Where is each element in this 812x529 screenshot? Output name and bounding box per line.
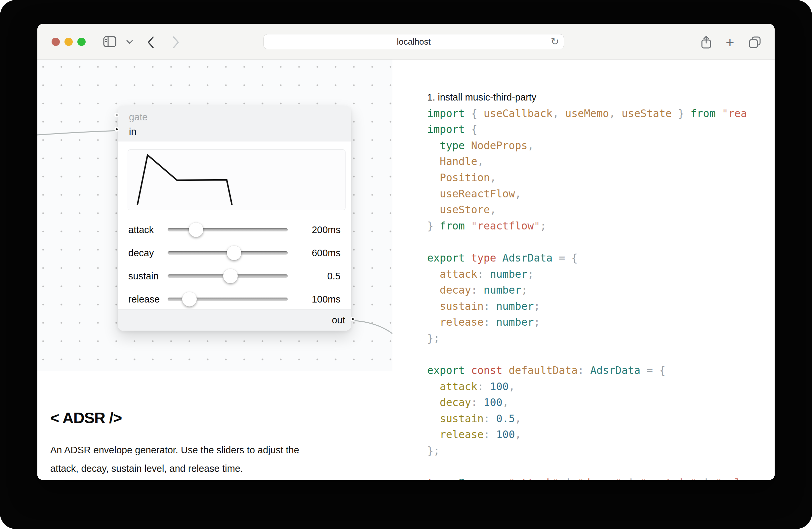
code-line: attack: number; xyxy=(427,266,774,282)
code-line: sustain: 0.5, xyxy=(427,411,774,427)
info-section: < ADSR /> An ADSR envelope generator. Us… xyxy=(38,371,392,480)
adsr-node[interactable]: gate in attack200msdecay600mssustain0.5r… xyxy=(118,106,351,331)
slider-row: attack200ms xyxy=(128,223,340,237)
address-bar-url: localhost xyxy=(397,37,431,47)
code-line: useReactFlow, xyxy=(427,186,774,202)
zoom-window-button[interactable] xyxy=(77,38,86,46)
chevron-down-icon[interactable] xyxy=(126,40,133,44)
code-line: release: 100, xyxy=(427,427,774,443)
in-input-port[interactable] xyxy=(114,127,119,132)
slider-track[interactable] xyxy=(168,292,288,306)
code-line: decay: number; xyxy=(427,282,774,298)
code-line: export type AdsrData = { xyxy=(427,250,774,266)
code-line: export const defaultData: AdsrData = { xyxy=(427,362,774,378)
code-line xyxy=(427,459,774,475)
slider-track[interactable] xyxy=(168,269,288,283)
code-line: sustain: number; xyxy=(427,298,774,314)
code-line: release: number; xyxy=(427,314,774,330)
page-description: An ADSR envelope generator. Use the slid… xyxy=(50,441,392,478)
code-line xyxy=(427,234,774,250)
slider-value: 0.5 xyxy=(288,271,340,282)
slider-value: 600ms xyxy=(288,248,340,259)
slider-label: decay xyxy=(128,248,168,259)
slider-thumb[interactable] xyxy=(189,223,203,237)
code-line: attack: 100, xyxy=(427,378,774,395)
share-icon[interactable] xyxy=(700,35,713,49)
node-footer: out xyxy=(118,309,351,331)
flow-canvas[interactable]: gate in attack200msdecay600mssustain0.5r… xyxy=(38,59,392,371)
toolbar-divider xyxy=(121,36,121,48)
node-header: gate in xyxy=(118,106,351,142)
code-line: import { useCallback, useMemo, useState … xyxy=(427,105,774,121)
slider-label: sustain xyxy=(128,271,168,282)
code-line: import { xyxy=(427,121,774,138)
out-port-label: out xyxy=(332,315,345,326)
description-line: attack, decay, sustain level, and releas… xyxy=(50,459,392,478)
code-line: type Param = "attack" | "decay" | "susta… xyxy=(427,475,774,480)
code-line: }; xyxy=(427,330,774,346)
page-content: gate in attack200msdecay600mssustain0.5r… xyxy=(38,59,774,480)
slider-label: release xyxy=(128,294,168,305)
code-heading-line: 1. install music-third-party xyxy=(427,89,774,105)
description-line: An ADSR envelope generator. Use the slid… xyxy=(50,441,392,459)
slider-row: decay600ms xyxy=(128,246,340,260)
back-button-icon[interactable] xyxy=(146,36,155,49)
code-line: }; xyxy=(427,443,774,459)
code-line: } from "reactflow"; xyxy=(427,218,774,234)
slider-track[interactable] xyxy=(168,223,288,237)
reload-icon[interactable]: ↻ xyxy=(551,36,559,47)
screenshot-background: localhost ↻ + xyxy=(0,0,812,529)
in-port-label: in xyxy=(129,124,351,139)
browser-window: localhost ↻ + xyxy=(38,24,774,480)
minimize-window-button[interactable] xyxy=(64,38,73,46)
sidebar-toggle-icon[interactable] xyxy=(103,36,117,48)
code-line: type NodeProps, xyxy=(427,138,774,154)
envelope-curve xyxy=(137,155,232,205)
code-line: decay: 100, xyxy=(427,395,774,411)
slider-thumb[interactable] xyxy=(223,269,238,283)
code-line: Position, xyxy=(427,170,774,186)
slider-value: 100ms xyxy=(288,294,340,305)
code-line xyxy=(427,346,774,363)
slider-row: sustain0.5 xyxy=(128,269,340,283)
gate-port-label: gate xyxy=(129,110,351,124)
envelope-graph xyxy=(128,149,346,210)
slider-value: 200ms xyxy=(288,225,340,235)
tab-overview-icon[interactable] xyxy=(748,35,762,49)
slider-thumb[interactable] xyxy=(182,292,197,306)
code-pane[interactable]: 1. install music-third-partyimport { use… xyxy=(392,59,774,480)
slider-label: attack xyxy=(128,225,168,235)
address-bar[interactable]: localhost ↻ xyxy=(263,34,564,49)
forward-button-icon[interactable] xyxy=(172,36,180,49)
slider-thumb[interactable] xyxy=(227,246,241,260)
code-line: Handle, xyxy=(427,154,774,170)
slider-track[interactable] xyxy=(168,246,288,260)
close-window-button[interactable] xyxy=(52,38,60,46)
gate-input-port[interactable] xyxy=(114,113,119,117)
page-title: < ADSR /> xyxy=(50,409,392,427)
new-tab-icon[interactable]: + xyxy=(726,34,734,51)
slider-group: attack200msdecay600mssustain0.5release10… xyxy=(128,223,340,306)
browser-toolbar: localhost ↻ + xyxy=(38,24,774,59)
code-line: useStore, xyxy=(427,202,774,218)
out-output-port[interactable] xyxy=(350,317,355,321)
slider-row: release100ms xyxy=(128,292,340,306)
